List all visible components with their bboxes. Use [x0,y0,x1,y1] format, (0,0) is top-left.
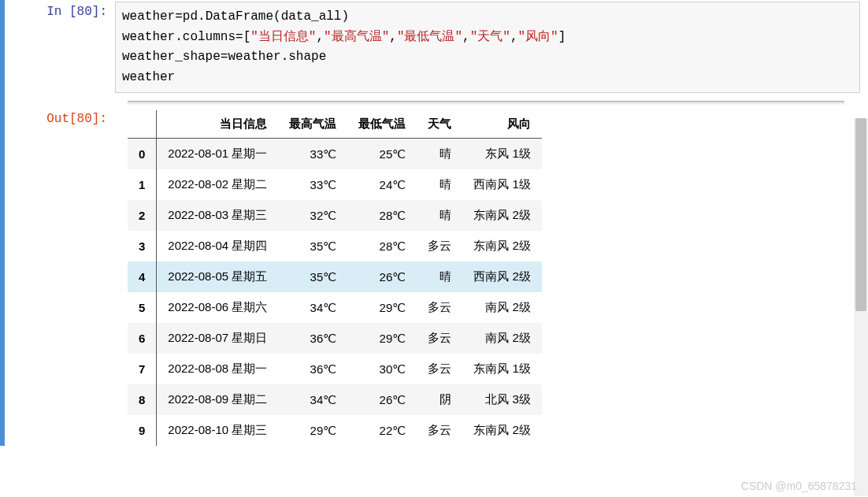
row-index: 0 [128,139,157,170]
cell-0: 2022-08-06 星期六 [157,292,278,323]
vertical-scrollbar[interactable] [854,118,868,496]
code-line-1: weather=pd.DataFrame(data_all) [122,7,853,28]
cell-4: 东南风 2级 [462,231,542,261]
cell-0: 2022-08-07 星期日 [157,323,278,354]
cell-3: 多云 [417,415,462,446]
table-row[interactable]: 82022-08-09 星期二34℃26℃阴北风 3级 [128,384,542,415]
cell-1: 33℃ [278,139,347,170]
row-index: 5 [128,292,157,323]
table-row[interactable]: 42022-08-05 星期五35℃26℃晴西南风 2级 [128,261,542,292]
row-index: 3 [128,231,157,261]
col-header-4: 风向 [462,110,542,139]
cell-2: 26℃ [347,384,417,415]
cell-0: 2022-08-08 星期一 [157,354,278,384]
table-row[interactable]: 12022-08-02 星期二33℃24℃晴西南风 1级 [128,169,542,200]
cell-2: 29℃ [347,323,417,354]
cell-0: 2022-08-03 星期三 [157,200,278,231]
cell-4: 东南风 1级 [462,354,542,384]
cell-4: 南风 2级 [462,292,542,323]
cell-4: 北风 3级 [462,384,542,415]
output-shadow [128,101,844,106]
cell-3: 多云 [417,292,462,323]
cell-4: 东风 1级 [462,139,542,170]
cell-1: 33℃ [278,169,347,200]
table-row[interactable]: 02022-08-01 星期一33℃25℃晴东风 1级 [128,139,542,170]
cell-3: 多云 [417,323,462,354]
row-index: 6 [128,323,157,354]
cell-1: 32℃ [278,200,347,231]
table-row[interactable]: 52022-08-06 星期六34℃29℃多云南风 2级 [128,292,542,323]
cell-0: 2022-08-10 星期三 [157,415,278,446]
cell-4: 西南风 1级 [462,169,542,200]
cell-1: 36℃ [278,323,347,354]
cell-1: 35℃ [278,261,347,292]
output-cell: Out[80]: 当日信息 最高气温 最低气温 天气 风向 02022-08-0… [0,93,868,446]
input-prompt: In [80]: [5,0,115,19]
cell-3: 阴 [417,384,462,415]
cell-2: 24℃ [347,169,417,200]
dataframe-table: 当日信息 最高气温 最低气温 天气 风向 02022-08-01 星期一33℃2… [128,110,542,446]
cell-3: 晴 [417,139,462,170]
cell-3: 多云 [417,231,462,261]
cell-2: 28℃ [347,231,417,261]
cell-3: 晴 [417,261,462,292]
cell-1: 34℃ [278,292,347,323]
cell-4: 西南风 2级 [462,261,542,292]
cell-2: 28℃ [347,200,417,231]
code-line-4: weather [122,68,853,88]
cell-2: 29℃ [347,292,417,323]
col-header-0: 当日信息 [157,110,278,139]
cell-1: 35℃ [278,231,347,261]
output-prompt: Out[80]: [5,107,115,126]
table-row[interactable]: 22022-08-03 星期三32℃28℃晴东南风 2级 [128,200,542,231]
cell-1: 29℃ [278,415,347,446]
cell-2: 30℃ [347,354,417,384]
cell-0: 2022-08-05 星期五 [157,261,278,292]
index-header [128,110,157,139]
col-header-2: 最低气温 [347,110,417,139]
cell-0: 2022-08-02 星期二 [157,169,278,200]
table-row[interactable]: 92022-08-10 星期三29℃22℃多云东南风 2级 [128,415,542,446]
cell-3: 晴 [417,200,462,231]
watermark-text: CSDN @m0_65878231 [741,480,857,492]
row-index: 9 [128,415,157,446]
cell-1: 34℃ [278,384,347,415]
cell-2: 26℃ [347,261,417,292]
row-index: 7 [128,354,157,384]
cell-1: 36℃ [278,354,347,384]
cell-4: 南风 2级 [462,323,542,354]
scrollbar-thumb[interactable] [855,118,866,311]
row-index: 1 [128,169,157,200]
table-header-row: 当日信息 最高气温 最低气温 天气 风向 [128,110,542,139]
cell-4: 东南风 2级 [462,415,542,446]
output-area: 当日信息 最高气温 最低气温 天气 风向 02022-08-01 星期一33℃2… [115,98,868,446]
code-line-2: weather.columns=["当日信息","最高气温","最低气温","天… [122,28,853,48]
input-cell: In [80]: weather=pd.DataFrame(data_all) … [5,0,868,93]
cell-0: 2022-08-09 星期二 [157,384,278,415]
cell-2: 22℃ [347,415,417,446]
table-row[interactable]: 62022-08-07 星期日36℃29℃多云南风 2级 [128,323,542,354]
cell-3: 晴 [417,169,462,200]
code-input-area[interactable]: weather=pd.DataFrame(data_all) weather.c… [115,2,860,93]
cell-4: 东南风 2级 [462,200,542,231]
cell-0: 2022-08-01 星期一 [157,139,278,170]
col-header-1: 最高气温 [278,110,347,139]
table-row[interactable]: 32022-08-04 星期四35℃28℃多云东南风 2级 [128,231,542,261]
row-index: 4 [128,261,157,292]
row-index: 8 [128,384,157,415]
cell-3: 多云 [417,354,462,384]
col-header-3: 天气 [417,110,462,139]
table-row[interactable]: 72022-08-08 星期一36℃30℃多云东南风 1级 [128,354,542,384]
code-line-3: weather_shape=weather.shape [122,47,853,68]
cell-0: 2022-08-04 星期四 [157,231,278,261]
row-index: 2 [128,200,157,231]
cell-2: 25℃ [347,139,417,170]
